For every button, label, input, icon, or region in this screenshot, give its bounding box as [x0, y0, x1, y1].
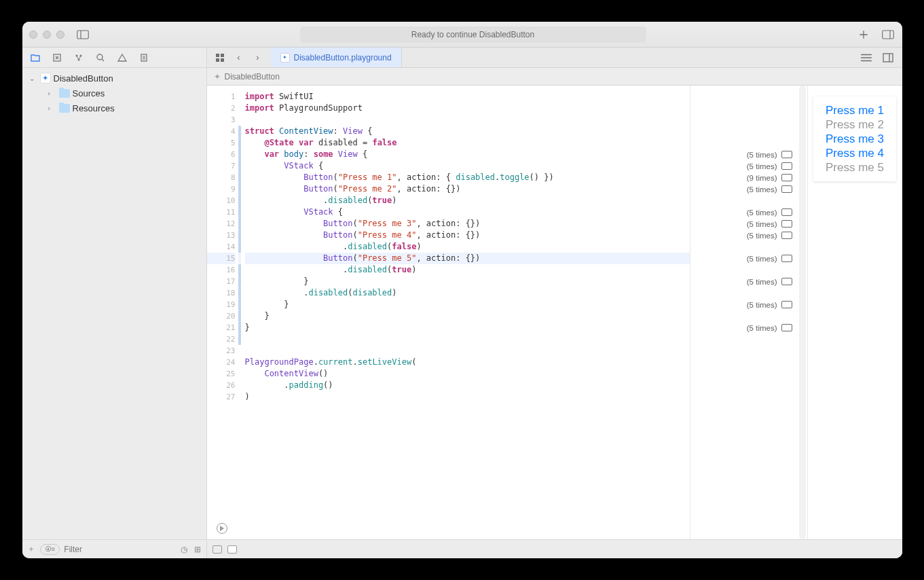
result-row[interactable]: (5 times): [690, 149, 802, 160]
tree-root[interactable]: ⌄ ✦ DisabledButton: [22, 71, 206, 86]
results-sidebar: (5 times)(5 times)(9 times)(5 times)(5 t…: [690, 86, 808, 539]
swift-file-icon: ✦: [214, 72, 221, 81]
result-row[interactable]: (5 times): [690, 183, 802, 195]
preview-card: Press me 1Press me 2Press me 3Press me 4…: [813, 96, 896, 181]
navigator-tabs: [22, 48, 206, 68]
toggle-inspectors-icon[interactable]: [881, 29, 895, 41]
recent-files-icon[interactable]: ◷: [179, 545, 189, 554]
related-items-icon[interactable]: [212, 52, 227, 64]
tree-folder[interactable]: ›Sources: [22, 86, 206, 101]
svg-rect-12: [216, 58, 219, 62]
result-text: (5 times): [747, 255, 777, 263]
quicklook-icon[interactable]: [781, 185, 792, 193]
tab-playground[interactable]: ✦ DisabledButton.playground: [271, 48, 402, 67]
traffic-lights: [29, 31, 64, 39]
disclosure-icon[interactable]: ⌄: [29, 75, 37, 82]
editor-row: 1234567891011121314151617181920212223242…: [207, 86, 902, 539]
disclosure-icon[interactable]: ›: [48, 105, 56, 112]
add-file-icon[interactable]: ＋: [26, 545, 36, 554]
quicklook-icon[interactable]: [781, 301, 792, 308]
result-row[interactable]: (5 times): [690, 276, 802, 287]
code-area[interactable]: import SwiftUIimport PlaygroundSupport s…: [241, 86, 690, 539]
project-tree[interactable]: ⌄ ✦ DisabledButton ›Sources›Resources: [22, 68, 206, 539]
filter-scope-icon[interactable]: ⦿≡: [40, 544, 60, 555]
debug-bar: [207, 539, 902, 558]
result-row[interactable]: (5 times): [690, 253, 802, 264]
nav-forward-icon[interactable]: ›: [251, 52, 265, 64]
result-text: (5 times): [747, 301, 777, 309]
tree-item-label: Resources: [73, 103, 115, 113]
result-row[interactable]: (5 times): [690, 218, 802, 230]
swift-file-icon: ✦: [40, 73, 51, 84]
preview-button: Press me 2: [826, 117, 884, 132]
live-preview: Press me 1Press me 2Press me 3Press me 4…: [808, 86, 902, 539]
quicklook-icon[interactable]: [781, 324, 792, 331]
folder-icon: [59, 89, 70, 98]
scrollbar-track[interactable]: [799, 86, 806, 539]
toggle-debug-area-icon[interactable]: [212, 545, 222, 554]
result-row[interactable]: (5 times): [690, 230, 802, 241]
add-tab-icon[interactable]: [856, 29, 871, 41]
close-window-icon[interactable]: [29, 31, 37, 39]
issue-navigator-icon[interactable]: [116, 52, 128, 64]
svg-rect-10: [216, 54, 219, 57]
result-row[interactable]: (5 times): [690, 322, 802, 333]
status-text: Ready to continue DisabledButton: [411, 30, 534, 39]
result-text: (5 times): [747, 162, 777, 170]
line-gutter: 1234567891011121314151617181920212223242…: [207, 86, 238, 539]
source-control-navigator-icon[interactable]: [51, 52, 63, 64]
quicklook-icon[interactable]: [781, 232, 792, 239]
find-navigator-icon[interactable]: [94, 52, 107, 64]
adjust-editor-icon[interactable]: [881, 52, 895, 64]
swift-file-icon: ✦: [280, 53, 290, 62]
svg-rect-2: [882, 31, 893, 39]
scm-filter-icon[interactable]: ⊞: [193, 545, 202, 554]
test-navigator-icon[interactable]: [138, 52, 150, 64]
quicklook-icon[interactable]: [781, 220, 792, 228]
quicklook-icon[interactable]: [781, 255, 792, 262]
svg-rect-11: [221, 54, 224, 57]
result-text: (5 times): [747, 151, 777, 159]
project-navigator-icon[interactable]: [29, 52, 41, 64]
toggle-sidebar-icon[interactable]: [75, 29, 90, 41]
result-text: (5 times): [747, 278, 777, 286]
preview-button[interactable]: Press me 1: [826, 103, 884, 117]
jumpbar-crumb[interactable]: DisabledButton: [225, 72, 280, 81]
quicklook-icon[interactable]: [781, 174, 792, 181]
svg-rect-13: [221, 58, 224, 62]
activity-status: Ready to continue DisabledButton: [300, 26, 646, 43]
result-text: (5 times): [747, 209, 777, 217]
minimize-window-icon[interactable]: [43, 31, 51, 39]
editor-options-icon[interactable]: [859, 52, 874, 64]
symbol-navigator-icon[interactable]: [73, 52, 85, 64]
svg-point-8: [97, 54, 103, 60]
zoom-window-icon[interactable]: [56, 31, 64, 39]
nav-back-icon[interactable]: ‹: [232, 52, 246, 64]
source-editor[interactable]: 1234567891011121314151617181920212223242…: [207, 86, 690, 539]
tab-bar: ‹ › ✦ DisabledButton.playground: [207, 48, 902, 68]
result-row[interactable]: (9 times): [690, 172, 802, 183]
result-row[interactable]: (5 times): [690, 160, 802, 172]
result-text: (5 times): [747, 185, 777, 194]
filter-input[interactable]: [64, 545, 174, 554]
project-name: DisabledButton: [54, 73, 113, 84]
result-row[interactable]: (5 times): [690, 299, 802, 310]
toggle-variables-view-icon[interactable]: [227, 545, 237, 554]
quicklook-icon[interactable]: [781, 151, 792, 158]
jump-bar[interactable]: ✦ DisabledButton: [207, 68, 902, 86]
folder-icon: [59, 104, 70, 113]
preview-button: Press me 5: [826, 160, 884, 175]
preview-button[interactable]: Press me 4: [826, 146, 884, 160]
quicklook-icon[interactable]: [781, 278, 792, 285]
execute-playground-icon[interactable]: [217, 523, 227, 534]
result-row[interactable]: (5 times): [690, 206, 802, 218]
disclosure-icon[interactable]: ›: [48, 90, 56, 97]
svg-rect-14: [883, 54, 893, 62]
editor-area: ‹ › ✦ DisabledButton.playground ✦ Disabl…: [207, 48, 902, 558]
quicklook-icon[interactable]: [781, 162, 792, 170]
tree-folder[interactable]: ›Resources: [22, 101, 206, 115]
filter-bar: ＋ ⦿≡ ◷ ⊞: [22, 539, 206, 558]
preview-button[interactable]: Press me 3: [826, 132, 884, 146]
quicklook-icon[interactable]: [781, 209, 792, 216]
titlebar: Ready to continue DisabledButton: [22, 22, 902, 48]
